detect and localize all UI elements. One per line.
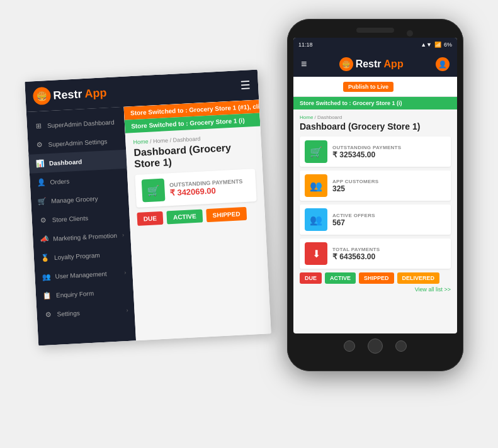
phone-customers-value: 325 bbox=[332, 184, 378, 193]
logo-text-part2: App bbox=[84, 86, 107, 101]
phone-delivered-button[interactable]: DELIVERED bbox=[397, 272, 440, 284]
logo-text-part1: Restr bbox=[53, 87, 82, 102]
enquiry-icon: 📋 bbox=[42, 290, 53, 301]
user-mgmt-arrow-icon: › bbox=[124, 269, 127, 276]
phone-store-banner: Store Switched to : Grocery Store 1 (i) bbox=[293, 97, 457, 109]
desktop-stat-icon: 🛒 bbox=[142, 179, 166, 203]
phone-home-bar bbox=[293, 337, 457, 355]
phone-hamburger-icon[interactable]: ≡ bbox=[301, 59, 307, 70]
phone-device: 11:18 ▲▼ 📶 6% ≡ 🍔 RestrApp 👤 Publi bbox=[287, 19, 463, 371]
phone-total-label: TOTAL PAYMENTS bbox=[332, 247, 380, 252]
phone-stat-card-total: ⬇ TOTAL PAYMENTS ₹ 643563.00 bbox=[300, 238, 451, 269]
phone-stat-card-customers: 👥 APP CUSTOMERS 325 bbox=[300, 171, 451, 201]
sidebar-item-label: Loyalty Program bbox=[54, 252, 100, 261]
sidebar-item-label: Enquiry Form bbox=[56, 289, 94, 298]
desktop-main-content: Store Switched to : Grocery Store 1 (#1)… bbox=[124, 100, 271, 341]
marketing-arrow-icon: › bbox=[122, 232, 125, 238]
desktop-logo: 🍔 RestrApp bbox=[33, 84, 107, 105]
phone-nav-bar: ≡ 🍔 RestrApp 👤 bbox=[293, 52, 457, 77]
marketing-icon: 📣 bbox=[39, 233, 50, 244]
user-management-icon: 👥 bbox=[41, 271, 52, 282]
desktop-stat-card: 🛒 OUTSTANDING PAYMENTS ₹ 342069.00 bbox=[135, 169, 256, 208]
sidebar-item-label: Manage Grocery bbox=[51, 195, 98, 204]
phone-logo-text1: Restr bbox=[356, 59, 382, 70]
phone-view-all-link[interactable]: View all list >> bbox=[300, 286, 451, 293]
phone-outstanding-info: OUTSTANDING PAYMENTS ₹ 325345.00 bbox=[332, 145, 401, 159]
phone-home-button[interactable] bbox=[368, 339, 383, 354]
phone-breadcrumb: Home / Dashboard bbox=[300, 115, 451, 120]
desktop-order-buttons: DUE ACTIVE SHIPPED bbox=[137, 206, 257, 226]
phone-total-value: ₹ 643563.00 bbox=[332, 252, 380, 261]
phone-customers-icon: 👥 bbox=[305, 174, 327, 197]
phone-wifi-icon: 📶 bbox=[434, 42, 441, 48]
desktop-layout: ⊞ SuperAdmin Dashboard ⚙ SuperAdmin Sett… bbox=[26, 100, 271, 346]
desktop-active-button[interactable]: ACTIVE bbox=[166, 210, 203, 225]
phone-offers-label: ACTIVE OFFERS bbox=[332, 213, 375, 218]
phone-outstanding-icon: 🛒 bbox=[305, 140, 327, 163]
grocery-icon: 🛒 bbox=[37, 196, 48, 206]
sidebar-item-label: SuperAdmin Dashboard bbox=[47, 118, 115, 129]
logo-icon: 🍔 bbox=[33, 87, 51, 105]
phone-status-icons: ▲▼ 📶 6% bbox=[421, 42, 452, 48]
phone-logo-icon: 🍔 bbox=[339, 57, 353, 71]
orders-icon: 👤 bbox=[36, 177, 47, 188]
phone-toolbar: Publish to Live bbox=[293, 77, 457, 97]
store-clients-icon: ⚙ bbox=[38, 215, 48, 225]
phone-total-info: TOTAL PAYMENTS ₹ 643563.00 bbox=[332, 247, 380, 261]
desktop-page-title: Dashboard (Grocery Store 1) bbox=[133, 141, 255, 170]
sidebar-item-label: Store Clients bbox=[52, 215, 88, 223]
phone-back-button[interactable] bbox=[344, 340, 355, 352]
phone-camera bbox=[407, 30, 413, 36]
phone-shipped-button[interactable]: SHIPPED bbox=[359, 272, 394, 284]
phone-logo-text2: App bbox=[384, 59, 404, 70]
settings-icon: ⚙ bbox=[43, 309, 54, 320]
phone-order-buttons: DUE ACTIVE SHIPPED DELIVERED bbox=[300, 272, 451, 284]
desktop-inner-content: Home / Home / Dashboard Dashboard (Groce… bbox=[125, 126, 266, 232]
phone-customers-info: APP CUSTOMERS 325 bbox=[332, 179, 378, 193]
phone-total-icon: ⬇ bbox=[305, 242, 327, 265]
settings-arrow-icon: › bbox=[126, 307, 128, 313]
dashboard-icon: 📊 bbox=[35, 158, 46, 169]
sidebar-item-label: SuperAdmin Settings bbox=[48, 138, 107, 148]
phone-avatar[interactable]: 👤 bbox=[436, 57, 450, 71]
desktop-sidebar: ⊞ SuperAdmin Dashboard ⚙ SuperAdmin Sett… bbox=[26, 107, 136, 346]
phone-stat-card-offers: 👥 ACTIVE OFFERS 567 bbox=[300, 204, 451, 235]
superadmin-dashboard-icon: ⊞ bbox=[33, 121, 44, 132]
phone-breadcrumb-dashboard: Dashboard bbox=[317, 115, 342, 120]
desktop-stat-info: OUTSTANDING PAYMENTS ₹ 342069.00 bbox=[169, 178, 243, 198]
phone-stat-card-outstanding: 🛒 OUTSTANDING PAYMENTS ₹ 325345.00 bbox=[300, 137, 451, 167]
hamburger-icon[interactable]: ☰ bbox=[240, 78, 251, 92]
phone-wrapper: 11:18 ▲▼ 📶 6% ≡ 🍔 RestrApp 👤 Publi bbox=[287, 19, 463, 371]
sidebar-item-label: Orders bbox=[50, 177, 69, 186]
phone-speaker bbox=[356, 28, 394, 33]
phone-customers-label: APP CUSTOMERS bbox=[332, 179, 378, 184]
phone-offers-info: ACTIVE OFFERS 567 bbox=[332, 213, 375, 227]
phone-breadcrumb-home[interactable]: Home bbox=[300, 115, 313, 120]
phone-offers-value: 567 bbox=[332, 218, 375, 227]
sidebar-item-label: Marketing & Promotion bbox=[53, 232, 117, 242]
phone-content: Home / Dashboard Dashboard (Grocery Stor… bbox=[293, 109, 457, 298]
desktop-panel: 🍔 RestrApp ☰ ⊞ SuperAdmin Dashboard ⚙ Su… bbox=[25, 70, 271, 346]
phone-recents-button[interactable] bbox=[395, 340, 407, 352]
phone-signal-icon: ▲▼ bbox=[421, 42, 432, 48]
publish-to-live-button[interactable]: Publish to Live bbox=[343, 82, 393, 92]
desktop-due-button[interactable]: DUE bbox=[137, 211, 163, 226]
loyalty-icon: 🏅 bbox=[40, 252, 51, 263]
phone-logo: 🍔 RestrApp bbox=[339, 57, 404, 71]
desktop-shipped-button[interactable]: SHIPPED bbox=[206, 207, 247, 222]
sidebar-item-label: Settings bbox=[57, 309, 80, 317]
breadcrumb-home-link[interactable]: Home bbox=[133, 138, 149, 145]
sidebar-item-label: User Management bbox=[55, 270, 107, 279]
phone-outstanding-value: ₹ 325345.00 bbox=[332, 150, 401, 159]
phone-screen: 11:18 ▲▼ 📶 6% ≡ 🍔 RestrApp 👤 Publi bbox=[293, 38, 457, 333]
phone-battery: 6% bbox=[444, 42, 452, 48]
sidebar-item-label: Dashboard bbox=[49, 158, 82, 167]
phone-status-bar: 11:18 ▲▼ 📶 6% bbox=[293, 38, 457, 52]
phone-active-button[interactable]: ACTIVE bbox=[325, 272, 356, 284]
superadmin-settings-icon: ⚙ bbox=[34, 139, 45, 150]
phone-due-button[interactable]: DUE bbox=[300, 272, 322, 284]
phone-page-title: Dashboard (Grocery Store 1) bbox=[300, 121, 451, 132]
phone-offers-icon: 👥 bbox=[305, 208, 327, 231]
phone-time: 11:18 bbox=[298, 42, 313, 48]
phone-outstanding-label: OUTSTANDING PAYMENTS bbox=[332, 145, 401, 150]
